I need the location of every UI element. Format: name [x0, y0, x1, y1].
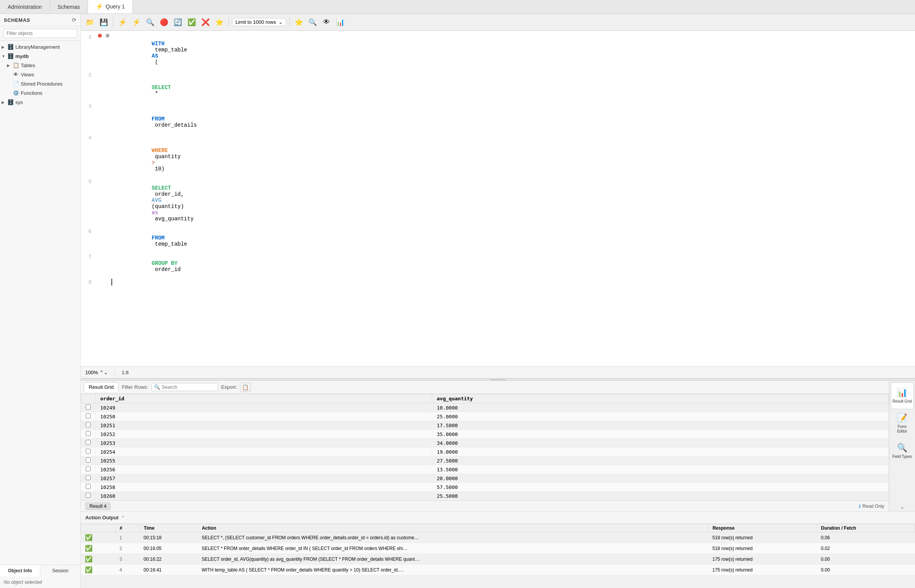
filter-rows-input[interactable]: [162, 384, 215, 390]
sidebar-item-functions[interactable]: ⚙️ Functions: [0, 88, 80, 97]
line-number: 8: [81, 279, 96, 285]
cell-order-id: 10253: [96, 439, 432, 448]
chevron-down-icon: ▼: [2, 54, 7, 58]
view-button[interactable]: 👁: [320, 17, 333, 28]
chart-button[interactable]: 📊: [334, 17, 346, 28]
schema-inspector-button[interactable]: ⭐: [213, 17, 225, 28]
cell-order-id: 10250: [96, 412, 432, 421]
chevron-right-icon: ▶: [2, 100, 7, 104]
stop-button[interactable]: 🔴: [158, 17, 170, 28]
sidebar-item-mydb[interactable]: ▼ 🗄️ mydb: [0, 51, 80, 61]
sidebar-item-label: sys: [15, 99, 23, 105]
table-row: 10258 57.5000: [81, 483, 889, 492]
cell-avg-quantity: 35.0000: [432, 430, 889, 439]
right-sidebar-more-icon[interactable]: ⌄: [900, 504, 905, 510]
open-file-button[interactable]: 📁: [84, 17, 96, 28]
sidebar-item-librarymanagement[interactable]: ▶ 🗄️ LibraryManagement: [0, 42, 80, 51]
limit-label: Limit to 1000 rows: [235, 19, 276, 25]
tab-administration[interactable]: Administration: [0, 0, 50, 13]
execute-current-button[interactable]: ⚡: [130, 17, 143, 28]
limit-rows-select[interactable]: Limit to 1000 rows ⌄: [232, 18, 286, 26]
table-row: 10252 35.0000: [81, 430, 889, 439]
result-4-tab[interactable]: Result 4: [85, 502, 111, 510]
sidebar-item-sys[interactable]: ▶ 🗄️ sys: [0, 97, 80, 107]
action-output-expand-icon[interactable]: ⌃: [121, 515, 125, 520]
col-action: Action: [198, 524, 709, 532]
line-content: WHERE quantity > 10): [111, 134, 915, 178]
row-checkbox[interactable]: [86, 449, 91, 454]
commit-button[interactable]: ✅: [186, 17, 198, 28]
row-checkbox[interactable]: [86, 466, 91, 471]
read-only-label: Read Only: [862, 504, 884, 509]
indent: [152, 78, 163, 84]
cell-order-id: 10256: [96, 465, 432, 474]
toolbar: 📁 💾 ⚡ ⚡ 🔍 🔴 🔄 ✅ ❌ ⭐ Limit to 1000 rows ⌄…: [81, 14, 915, 31]
right-sidebar-result-grid[interactable]: 📊 Result Grid: [891, 382, 914, 409]
table-row: 10255 27.5000: [81, 456, 889, 465]
filter-input[interactable]: [3, 29, 77, 38]
row-checkbox[interactable]: [86, 431, 91, 436]
tab-result-grid[interactable]: Result Grid: [84, 382, 119, 392]
action-time: 00:16:05: [140, 543, 198, 554]
code-text: (: [152, 59, 158, 65]
right-sidebar-field-label: Field Types: [892, 454, 912, 459]
zoom-control[interactable]: 100% ⌃⌄: [85, 370, 108, 375]
code-editor[interactable]: 1 WITH temp_table AS (: [81, 31, 915, 366]
col-avg-quantity: avg_quantity: [432, 394, 889, 403]
code-line-3: 3 FROM order_details: [81, 103, 915, 134]
row-checkbox[interactable]: [86, 422, 91, 427]
cell-order-id: 10252: [96, 430, 432, 439]
col-num: #: [116, 524, 140, 532]
action-response: 175 row(s) returned: [708, 554, 817, 565]
line-content-cursor: [111, 279, 915, 286]
action-output: Action Output ⌃ # Time Action Response D…: [81, 511, 915, 588]
row-checkbox[interactable]: [86, 493, 91, 498]
cell-order-id: 10260: [96, 492, 432, 500]
sidebar-refresh-icon[interactable]: ⟳: [72, 17, 76, 23]
refresh-button[interactable]: 🔄: [172, 17, 184, 28]
action-action: WITH temp_table AS ( SELECT * FROM order…: [198, 565, 709, 575]
tab-object-info[interactable]: Object Info: [0, 565, 40, 576]
sidebar-item-label: Functions: [21, 90, 42, 96]
session-label: Session: [52, 568, 69, 573]
star-button[interactable]: ⭐: [293, 17, 305, 28]
tab-schemas[interactable]: Schemas: [50, 0, 88, 13]
top-tab-bar: Administration Schemas ⚡ Query 1: [0, 0, 915, 14]
sidebar-item-tables[interactable]: ▶ 📋 Tables: [0, 61, 80, 70]
action-status-icon: ✅: [81, 565, 116, 575]
export-button[interactable]: 📋: [240, 383, 251, 392]
sidebar-item-stored-procedures[interactable]: 📄 Stored Procedures: [0, 79, 80, 88]
row-checkbox[interactable]: [86, 458, 91, 462]
tab-session[interactable]: Session: [40, 565, 80, 576]
col-response: Response: [708, 524, 817, 532]
sidebar-header: SCHEMAS ⟳: [0, 14, 80, 26]
right-sidebar: 📊 Result Grid 📝 Form Editor 🔍 Field Type…: [889, 381, 915, 511]
row-checkbox[interactable]: [86, 484, 91, 489]
line-number: 1: [81, 34, 96, 40]
row-check: [81, 492, 96, 500]
tab-query1[interactable]: ⚡ Query 1: [88, 0, 133, 13]
sidebar-item-views[interactable]: 👁 Views: [0, 70, 80, 79]
save-button[interactable]: 💾: [98, 17, 110, 28]
right-sidebar-form-editor[interactable]: 📝 Form Editor: [891, 410, 914, 437]
row-checkbox[interactable]: [86, 405, 91, 410]
row-checkbox[interactable]: [86, 475, 91, 480]
db-icon: 🗄️: [7, 99, 14, 106]
line-content: GROUP BY order_id: [111, 253, 915, 279]
search-button[interactable]: 🔍: [307, 17, 319, 28]
code-text: temp_table: [152, 47, 191, 53]
execute-button[interactable]: ⚡: [116, 17, 129, 28]
col-check: [81, 394, 96, 403]
row-checkbox[interactable]: [86, 440, 91, 445]
keyword-with: WITH: [152, 41, 165, 47]
explain-button[interactable]: 🔍: [144, 17, 156, 28]
row-checkbox[interactable]: [86, 413, 91, 418]
filter-rows-input-area[interactable]: 🔍: [151, 383, 218, 391]
rollback-button[interactable]: ❌: [199, 17, 212, 28]
row-check: [81, 421, 96, 430]
table-icon: 📋: [12, 62, 19, 69]
right-sidebar-field-types[interactable]: 🔍 Field Types: [891, 438, 914, 464]
result-tabs-bar: Result Grid Filter Rows: 🔍 Export: 📋: [81, 381, 889, 394]
export-label: Export:: [221, 384, 237, 390]
keyword-where: WHERE: [152, 147, 168, 154]
